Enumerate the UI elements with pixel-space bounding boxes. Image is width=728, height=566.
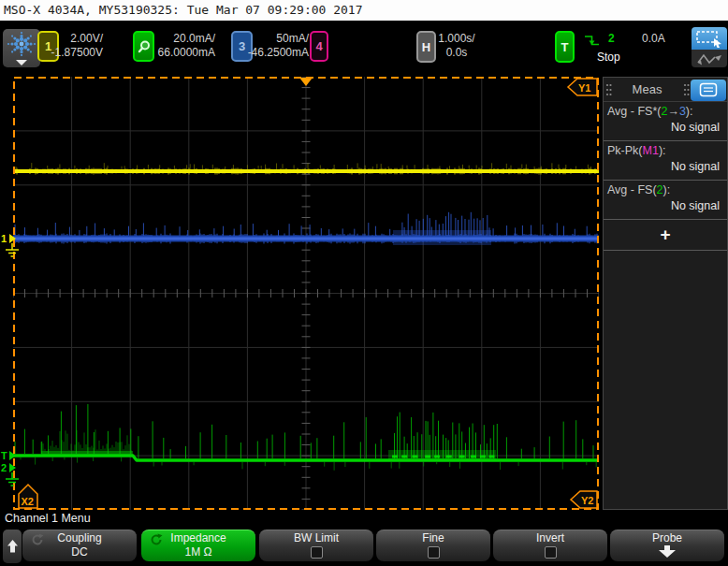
acquisition-status: Stop — [597, 51, 620, 64]
softkey-label: Invert — [493, 531, 607, 545]
measurement-value: No signal — [607, 198, 723, 214]
panel-menu-button[interactable] — [691, 80, 726, 101]
trigger-level: 0.0A — [642, 32, 665, 45]
channel-4-label: 4 — [315, 39, 322, 53]
svg-text:X2: X2 — [22, 496, 34, 507]
marker-2[interactable]: 2 — [1, 462, 19, 486]
trace-channel-3-spikes — [15, 212, 587, 236]
timebase-delay: 0.0s — [429, 46, 485, 60]
marker-1[interactable]: 1 — [1, 233, 19, 256]
falling-edge-icon — [584, 33, 600, 49]
arrow-down-icon — [656, 545, 678, 558]
waveform-arrow-icon — [693, 51, 725, 66]
add-measurement-button[interactable]: + — [604, 220, 727, 251]
softkey-probe[interactable]: Probe — [610, 530, 724, 561]
cycle-icon — [150, 533, 163, 546]
softkey-value: DC — [22, 545, 137, 559]
softkey-menu-title: Channel 1 Menu — [5, 512, 91, 525]
ground-icon — [6, 472, 19, 486]
softkey-impedance[interactable]: Impedance1M Ω — [141, 530, 255, 561]
list-icon — [698, 82, 719, 97]
channel-reference-markers[interactable]: 1T2 — [0, 77, 22, 510]
channel-2-scale: 20.0mA/ — [148, 32, 215, 46]
softkey-fine[interactable]: Fine — [376, 530, 490, 561]
ground-icon — [6, 243, 19, 256]
trigger-source: 2 — [608, 32, 615, 45]
measurement-label: Avg - FS(2): — [607, 182, 723, 198]
oscilloscope-screen: MSO-X 4034A, MY53190325: Tue Mar 07 09:2… — [0, 0, 728, 566]
softkey-coupling[interactable]: CouplingDC — [22, 530, 137, 561]
channel-4-button[interactable]: 4 — [310, 31, 328, 62]
waveform-gesture-button[interactable] — [692, 50, 727, 67]
waveform-display[interactable]: Y1Y2X2 — [13, 77, 599, 510]
channel-3-values: 50mA/ -46.2500mA — [240, 32, 309, 60]
toolbar: 1 2.00V/ -1.87500V 20.0mA/ 66.0000mA 3 5… — [0, 21, 728, 75]
trigger-label: T — [561, 40, 569, 54]
channel-2-values: 20.0mA/ 66.0000mA — [148, 32, 215, 60]
measurement-item[interactable]: Avg - FS(2):No signal — [604, 181, 727, 220]
trace-channel-1-noise — [16, 163, 591, 169]
checkbox[interactable] — [545, 546, 557, 559]
softkey-label: BW Limit — [259, 531, 373, 545]
svg-text:2: 2 — [1, 462, 7, 473]
drag-grip-icon[interactable] — [604, 83, 613, 96]
measurement-item[interactable]: Pk-Pk(M1):No signal — [604, 141, 727, 181]
measurement-value: No signal — [607, 159, 723, 175]
system-status-bar: MSO-X 4034A, MY53190325: Tue Mar 07 09:2… — [0, 0, 728, 21]
trigger-button[interactable]: T — [555, 31, 575, 63]
svg-text:Y1: Y1 — [578, 82, 590, 94]
softkey-label: Fine — [376, 531, 490, 545]
main-menu-button[interactable] — [3, 29, 40, 67]
measurement-panel: Meas Avg - FS*(2→3):No signalPk-Pk(M1):N… — [603, 77, 728, 510]
marker-t[interactable]: T — [1, 450, 16, 461]
channel-3-offset: -46.2500mA — [240, 46, 309, 60]
measurement-list: Avg - FS*(2→3):No signalPk-Pk(M1):No sig… — [604, 102, 727, 220]
measurement-label: Avg - FS*(2→3): — [607, 104, 723, 120]
softkey-invert[interactable]: Invert — [493, 530, 607, 561]
softkey-value: 1M Ω — [141, 545, 255, 559]
checkbox[interactable] — [311, 546, 323, 559]
svg-text:T: T — [1, 450, 7, 461]
measurement-item[interactable]: Avg - FS*(2→3):No signal — [604, 102, 727, 141]
measurement-label: Pk-Pk(M1): — [607, 143, 723, 159]
svg-text:1: 1 — [1, 233, 7, 244]
y1-cursor-tag[interactable]: Y1 — [568, 79, 597, 95]
channel-1-offset: -1.87500V — [47, 46, 103, 60]
model-and-time-text: MSO-X 4034A, MY53190325: Tue Mar 07 09:2… — [4, 3, 363, 17]
channel-1-values: 2.00V/ -1.87500V — [47, 32, 103, 60]
channel-1-scale: 2.00V/ — [47, 32, 103, 46]
trigger-time-marker[interactable] — [299, 78, 313, 86]
channel-2-offset: 66.0000mA — [148, 46, 215, 60]
agilent-spark-icon — [3, 29, 40, 67]
softkey-label: Probe — [610, 531, 724, 545]
svg-text:Y2: Y2 — [581, 495, 593, 506]
horizontal-values: 1.000s/ 0.0s — [429, 32, 485, 60]
drag-grip-icon[interactable] — [681, 83, 691, 96]
rectangle-zoom-select-button[interactable] — [692, 27, 727, 50]
trace-channel-2-early-fuzz — [41, 429, 131, 454]
y2-cursor-tag[interactable]: Y2 — [571, 491, 597, 508]
measurement-panel-header[interactable]: Meas — [604, 78, 727, 102]
menu-up-button[interactable] — [3, 530, 22, 563]
panel-title: Meas — [613, 82, 681, 96]
scope-graticule: Y1Y2X2 — [13, 77, 599, 510]
cycle-icon — [31, 533, 44, 546]
measurement-value: No signal — [607, 120, 723, 136]
trace-channel-1 — [13, 169, 599, 173]
checkbox[interactable] — [428, 546, 440, 559]
arrow-up-icon — [7, 539, 19, 554]
channel-3-scale: 50mA/ — [240, 32, 309, 46]
chevron-down-icon — [16, 60, 27, 65]
trace-channel-3-core — [13, 238, 599, 240]
softkey-bw-limit[interactable]: BW Limit — [259, 530, 373, 561]
timebase-scale: 1.000s/ — [429, 32, 485, 46]
selection-rectangle-icon — [693, 29, 725, 48]
